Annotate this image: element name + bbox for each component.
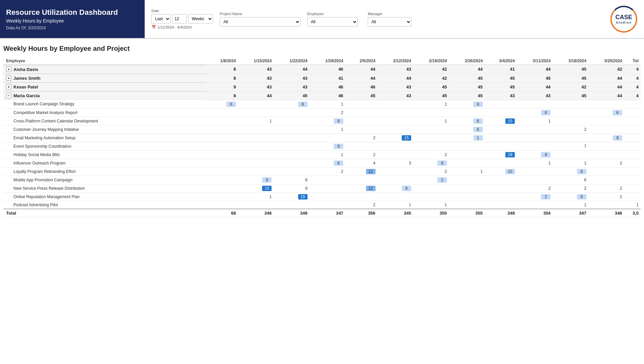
page-header: Resource Utilization Dashboard Weekly Ho… (0, 0, 644, 39)
section-title: Weekly Hours by Employee and Project (3, 45, 641, 52)
col-header-employee: Employee (3, 57, 206, 65)
col-header-3: 1/22/2024 (274, 57, 309, 65)
project-filter-label: Project Name (220, 12, 300, 16)
date-unit-select[interactable]: Weeks Days Months (188, 14, 213, 24)
project-filter-group: Project Name All (220, 12, 300, 27)
project-name: Influencer Outreach Program (3, 159, 206, 167)
employee-row: +James Smith843434144444245454545444 (3, 74, 641, 82)
date-range-text: 1/12/2024 - 4/4/2024 (157, 25, 192, 29)
project-name: Online Reputation Management Plan (3, 192, 206, 201)
total-label: Total (3, 209, 206, 217)
project-name: Event Sponsorship Coordination (3, 142, 206, 150)
date-filter-group: Date Last Weeks Days Months 📅 1/12/2024 … (151, 9, 213, 29)
col-header-6: 2/12/2024 (378, 57, 413, 65)
project-row: Podcast Advertising Pilot21111 (3, 201, 641, 209)
project-filter-row: All (220, 17, 300, 27)
data-as-of: Data As Of: 3/20/2024 (6, 26, 139, 30)
col-header-9: 3/4/2024 (485, 57, 517, 65)
project-row: Brand Launch Campaign Strategy68119 (3, 100, 641, 108)
project-row: Mobile App Promotion Campaign9826 (3, 176, 641, 184)
hours-table: Employee 1/8/2024 1/15/2024 1/22/2024 1/… (3, 57, 641, 217)
employee-filter-label: Employee (307, 12, 361, 16)
col-header-total: Tot (624, 57, 641, 65)
project-row: Online Reputation Management Plan119292 (3, 192, 641, 201)
employee-name: Aisha Davis (13, 67, 38, 72)
logo-area: CASE Studios (604, 0, 644, 38)
project-row: Customer Journey Mapping Initiative162 (3, 125, 641, 134)
expand-icon[interactable]: + (6, 75, 11, 81)
project-row: Event Sponsorship Coordination97 (3, 142, 641, 150)
project-name: Cross-Platform Content Calendar Developm… (3, 117, 206, 125)
project-name: Loyalty Program Rebranding Effort (3, 167, 206, 176)
project-row: Email Marketing Automation Setup21519 (3, 134, 641, 142)
logo-case-text: CASE (615, 14, 632, 21)
project-name: Holiday Social Media Blitz (3, 150, 206, 159)
date-preset-select[interactable]: Last (151, 14, 171, 24)
expand-icon[interactable]: − (6, 93, 11, 98)
col-header-2: 1/15/2024 (238, 57, 274, 65)
manager-filter-label: Manager (368, 12, 412, 16)
manager-filter-row: All (368, 17, 412, 27)
calendar-icon: 📅 (151, 25, 156, 29)
employee-filter-select[interactable]: All (307, 17, 358, 27)
logo-studios-text: Studios (616, 21, 632, 24)
project-row: Loyalty Program Rebranding Effort2122110… (3, 167, 641, 176)
project-row: Holiday Social Media Blitz122189 (3, 150, 641, 159)
col-header-4: 1/29/2024 (310, 57, 345, 65)
expand-icon[interactable]: + (6, 84, 11, 89)
date-filter-label: Date (151, 9, 213, 13)
employee-name: James Smith (13, 76, 40, 81)
header-title-block: Resource Utilization Dashboard Weekly Ho… (0, 0, 145, 38)
manager-filter-select[interactable]: All (368, 17, 412, 27)
employee-row: −Maria Garcia844454645434545434345444 (3, 91, 641, 100)
filter-bar: Date Last Weeks Days Months 📅 1/12/2024 … (145, 0, 604, 38)
page-title: Resource Utilization Dashboard (6, 8, 139, 17)
table-wrap: Employee 1/8/2024 1/15/2024 1/22/2024 1/… (3, 57, 641, 217)
table-header-row: Employee 1/8/2024 1/15/2024 1/22/2024 1/… (3, 57, 641, 65)
employee-filter-group: Employee All (307, 12, 361, 27)
total-row: Total68346349347356345350355348354347346… (3, 209, 641, 217)
data-as-of-label: Data As Of: (6, 26, 27, 30)
col-header-12: 3/25/2024 (588, 57, 624, 65)
project-filter-select[interactable]: All (220, 17, 300, 27)
project-name: Mobile App Promotion Campaign (3, 176, 206, 184)
employee-row: +Aisha Davis843444644434244414445424 (3, 65, 641, 74)
date-num-input[interactable] (172, 14, 187, 24)
employee-row: +Kesav Patel943434646434545454442444 (3, 82, 641, 91)
employee-name: Kesav Patel (13, 84, 38, 89)
project-name: Customer Journey Mapping Initiative (3, 125, 206, 134)
data-as-of-date: 3/20/2024 (28, 26, 46, 30)
project-name: New Service Press Release Distribution (3, 184, 206, 192)
main-content: Weekly Hours by Employee and Project Emp… (0, 39, 644, 217)
col-header-8: 2/26/2024 (449, 57, 485, 65)
employee-name: Maria Garcia (13, 93, 40, 98)
project-name: Email Marketing Automation Setup (3, 134, 206, 142)
project-row: Cross-Platform Content Calendar Developm… (3, 117, 641, 125)
project-name: Competitive Market Analysis Report (3, 108, 206, 117)
project-name: Podcast Advertising Pilot (3, 201, 206, 209)
manager-filter-group: Manager All (368, 12, 412, 27)
col-header-10: 3/11/2024 (517, 57, 552, 65)
col-header-7: 2/19/2024 (413, 57, 449, 65)
case-studios-logo: CASE Studios (610, 6, 637, 33)
col-header-11: 3/18/2024 (552, 57, 588, 65)
project-row: Influencer Outreach Program6438112 (3, 159, 641, 167)
date-filter-row: Last Weeks Days Months (151, 14, 213, 24)
project-row: Competitive Market Analysis Report266 (3, 108, 641, 117)
project-row: New Service Press Release Distribution15… (3, 184, 641, 192)
page-subtitle: Weekly Hours by Employee (6, 18, 139, 24)
expand-icon[interactable]: + (6, 67, 11, 72)
project-name: Brand Launch Campaign Strategy (3, 100, 206, 108)
col-header-1: 1/8/2024 (206, 57, 238, 65)
date-range-display: 📅 1/12/2024 - 4/4/2024 (151, 25, 213, 29)
col-header-5: 2/5/2024 (345, 57, 377, 65)
employee-filter-row: All (307, 17, 361, 27)
